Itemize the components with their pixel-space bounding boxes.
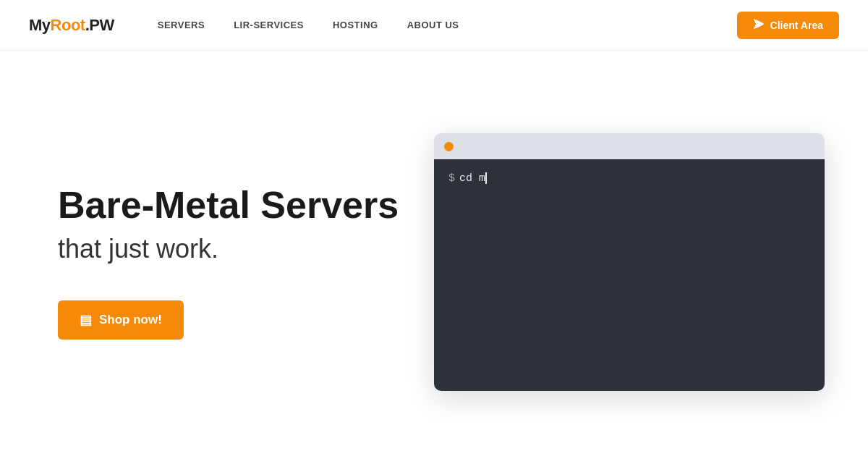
client-area-label: Client Area — [770, 20, 823, 31]
logo-root: Root — [51, 16, 85, 34]
hero-title: Bare-Metal Servers — [58, 185, 399, 226]
prompt-symbol: $ — [448, 172, 455, 185]
hero-section: Bare-Metal Servers that just work. ▤ Sho… — [0, 51, 868, 459]
hero-text: Bare-Metal Servers that just work. ▤ Sho… — [58, 185, 399, 340]
terminal-prompt: $ cd m — [448, 172, 810, 185]
terminal-titlebar — [434, 133, 825, 159]
logo-my: My — [29, 16, 51, 34]
site-header: MyRoot.PW SERVERS LIR-SERVICES HOSTING A… — [0, 0, 868, 51]
nav-lir-services[interactable]: LIR-SERVICES — [234, 20, 304, 30]
terminal-cursor — [485, 172, 487, 184]
terminal-dot-orange — [444, 142, 454, 151]
hero-subtitle: that just work. — [58, 233, 399, 264]
terminal-body: $ cd m — [434, 159, 825, 391]
main-nav: SERVERS LIR-SERVICES HOSTING ABOUT US — [158, 20, 459, 30]
shop-now-button[interactable]: ▤ Shop now! — [58, 300, 184, 340]
nav-servers[interactable]: SERVERS — [158, 20, 205, 30]
nav-about-us[interactable]: ABOUT US — [407, 20, 459, 30]
header-left: MyRoot.PW SERVERS LIR-SERVICES HOSTING A… — [29, 16, 459, 35]
client-area-button[interactable]: ⮞ Client Area — [737, 12, 839, 39]
terminal-command: cd m — [459, 172, 487, 185]
shop-icon: ▤ — [80, 312, 92, 328]
hero-visual: $ cd m — [399, 133, 839, 391]
nav-hosting[interactable]: HOSTING — [333, 20, 378, 30]
logo-dotpw: .PW — [85, 16, 114, 34]
logo[interactable]: MyRoot.PW — [29, 16, 114, 35]
login-icon: ⮞ — [753, 19, 765, 32]
command-text: cd m — [459, 172, 485, 185]
terminal-window: $ cd m — [434, 133, 825, 391]
shop-button-label: Shop now! — [99, 313, 162, 327]
